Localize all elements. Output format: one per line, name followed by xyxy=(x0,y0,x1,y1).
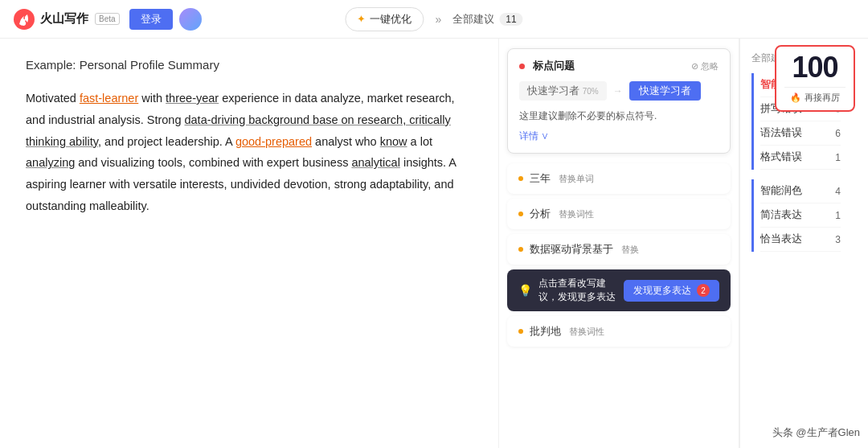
concise-count: 1 xyxy=(835,210,841,221)
sidebar-item-format[interactable]: 格式错误 1 xyxy=(760,146,841,170)
analyzing-highlight: analyzing xyxy=(26,156,75,169)
item-label: 批判地 xyxy=(530,324,561,339)
logo-icon xyxy=(13,8,35,31)
item-label: 三年 xyxy=(530,171,551,186)
appropriate-count: 3 xyxy=(835,234,841,245)
bulb-icon: 💡 xyxy=(518,284,532,297)
suggestion-item-three-year[interactable]: 三年 替换单词 xyxy=(507,163,731,194)
fire-icon: 🔥 xyxy=(790,92,801,103)
three-year-highlight: three-year xyxy=(166,92,219,105)
card-header: 标点问题 ⊘ 忽略 xyxy=(519,59,719,73)
sidebar-item-concise[interactable]: 简洁表达 1 xyxy=(760,203,841,228)
polish-count: 4 xyxy=(835,186,841,197)
suggestion-count-area: 全部建议 11 xyxy=(452,12,522,27)
sidebar-item-grammar[interactable]: 语法错误 6 xyxy=(760,121,841,146)
card-desc: 这里建议删除不必要的标点符号. xyxy=(519,109,719,123)
ignore-button[interactable]: ⊘ 忽略 xyxy=(691,60,719,72)
logo-area: 火山写作 Beta xyxy=(13,8,120,31)
appropriate-label: 恰当表达 xyxy=(760,232,802,246)
card-dot-red xyxy=(519,64,525,69)
data-item-wrapper: 数据驱动背景基于 替换 💡 点击查看改写建议，发现更多表达 发现更多表达 2 xyxy=(499,234,739,311)
avatar xyxy=(179,8,202,31)
item-tag: 替换词性 xyxy=(569,326,604,338)
word-original-text: 快速学习者 xyxy=(527,84,579,97)
suggestions-panel: 标点问题 ⊘ 忽略 快速学习者 70% → 快速学习者 这里建议删除不必要的标点… xyxy=(498,39,739,448)
score-box: 100 🔥 再接再厉 xyxy=(775,45,855,112)
grammar-label: 语法错误 xyxy=(760,126,802,140)
score-text: 再接再厉 xyxy=(805,92,840,104)
card-title-text: 标点问题 xyxy=(533,59,575,73)
suggestion-label: 全部建议 xyxy=(452,12,494,27)
suggestion-item-data-driving[interactable]: 数据驱动背景基于 替换 xyxy=(507,234,731,265)
discover-label: 发现更多表达 xyxy=(633,285,691,296)
dot-yellow xyxy=(518,176,523,181)
word-percent: 70% xyxy=(583,87,599,96)
polish-label: 智能润色 xyxy=(760,184,802,198)
grammar-count: 6 xyxy=(835,128,841,139)
item-tag: 替换词性 xyxy=(559,208,594,220)
suggestion-item-critically[interactable]: 批判地 替换词性 xyxy=(507,316,731,347)
discover-count: 2 xyxy=(697,284,710,297)
word-suggested[interactable]: 快速学习者 xyxy=(629,81,701,101)
word-original: 快速学习者 70% xyxy=(519,81,607,101)
star-icon: ✦ xyxy=(357,13,366,25)
word-compare: 快速学习者 70% → 快速学习者 xyxy=(519,81,719,101)
arrow-icon: → xyxy=(613,85,623,97)
dot-yellow xyxy=(518,247,523,252)
item-label: 数据驱动背景基于 xyxy=(530,242,613,257)
main-layout: Example: Personal Profile Summary Motiva… xyxy=(0,39,868,448)
tooltip-bar: 💡 点击查看改写建议，发现更多表达 发现更多表达 2 xyxy=(507,269,731,311)
card-title: 标点问题 xyxy=(519,59,575,73)
card-detail[interactable]: 详情 ∨ xyxy=(519,129,719,143)
fast-learner-highlight: fast-learner xyxy=(80,92,138,105)
analytical-highlight: analytical xyxy=(351,156,399,169)
format-label: 格式错误 xyxy=(760,150,802,164)
good-prepared-highlight: good-prepared xyxy=(235,135,312,148)
discover-more-button[interactable]: 发现更多表达 2 xyxy=(624,280,719,302)
sidebar-item-polish[interactable]: 智能润色 4 xyxy=(760,179,841,203)
suggestion-badge: 11 xyxy=(499,13,522,26)
doc-content[interactable]: Motivated fast-learner with three-year e… xyxy=(26,88,473,217)
dot-yellow xyxy=(518,329,523,334)
polish-group: 智能润色 4 简洁表达 1 恰当表达 3 xyxy=(751,179,841,252)
watermark: 头条 @生产者Glen xyxy=(772,425,860,440)
score-label: 🔥 再接再厉 xyxy=(784,92,845,104)
dot-yellow xyxy=(518,212,523,216)
sidebar-item-appropriate[interactable]: 恰当表达 3 xyxy=(760,228,841,252)
editor-area: Example: Personal Profile Summary Motiva… xyxy=(0,39,498,448)
format-count: 1 xyxy=(835,152,841,163)
concise-label: 简洁表达 xyxy=(760,208,802,222)
beta-badge: Beta xyxy=(95,13,120,25)
optimize-label: 一键优化 xyxy=(370,12,411,27)
topbar-center: ✦ 一键优化 » 全部建议 11 xyxy=(345,7,522,31)
item-tag: 替换单词 xyxy=(559,173,594,185)
optimize-button[interactable]: ✦ 一键优化 xyxy=(345,7,424,31)
score-divider xyxy=(784,87,845,88)
know-highlight: know xyxy=(380,135,407,148)
item-label: 分析 xyxy=(530,207,551,221)
item-tag: 替换 xyxy=(621,244,639,256)
suggestion-card-punctuation[interactable]: 标点问题 ⊘ 忽略 快速学习者 70% → 快速学习者 这里建议删除不必要的标点… xyxy=(507,48,731,154)
score-number: 100 xyxy=(784,53,845,82)
doc-title: Example: Personal Profile Summary xyxy=(26,58,473,72)
logo-text: 火山写作 xyxy=(40,11,88,27)
more-button[interactable]: » xyxy=(430,10,446,29)
login-button[interactable]: 登录 xyxy=(129,9,173,30)
tooltip-text: 点击查看改写建议，发现更多表达 xyxy=(538,277,617,304)
topbar: 火山写作 Beta 登录 ✦ 一键优化 » 全部建议 11 xyxy=(0,0,868,39)
suggestion-item-analyze[interactable]: 分析 替换词性 xyxy=(507,199,731,229)
